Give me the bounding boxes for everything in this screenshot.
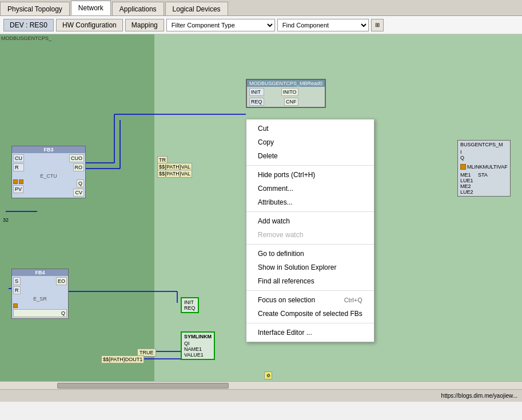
- label-path-dout: $${PATH}DOUT1: [101, 355, 144, 363]
- context-menu: Cut Copy Delete Hide ports (Ctrl+H) Comm…: [246, 119, 374, 342]
- canvas-area: MODBUSGENTCPS_ MODBUSGENTCPS_MBRead0 INI…: [0, 34, 522, 402]
- context-menu-create-composite[interactable]: Create Composite of selected FBs: [246, 307, 374, 321]
- tab-bar: Physical Topology Network Applications L…: [0, 0, 522, 16]
- fb3-block[interactable]: FB3 CU R CUO RO E_CTU PV: [11, 146, 86, 198]
- context-menu-comment[interactable]: Comment...: [246, 182, 374, 195]
- mapping-button[interactable]: Mapping: [125, 19, 164, 31]
- hw-config-button[interactable]: HW Configuration: [56, 19, 123, 31]
- modbus-port-inito: INITO: [281, 88, 298, 96]
- separator-3: [246, 244, 374, 245]
- context-menu-go-to-def[interactable]: Go to definition: [246, 247, 374, 261]
- context-menu-find-refs[interactable]: Find all references: [246, 274, 374, 288]
- context-menu-interface-editor[interactable]: Interface Editor ...: [246, 326, 374, 339]
- status-bar: https://blogs.dim.me/yaojiew...: [0, 389, 522, 402]
- context-menu-cut[interactable]: Cut: [246, 122, 374, 135]
- separator-2: [246, 211, 374, 212]
- tab-applications[interactable]: Applications: [112, 2, 164, 15]
- find-component[interactable]: Find Component: [277, 19, 369, 31]
- label-32: 32: [3, 217, 9, 223]
- horizontal-scrollbar[interactable]: [0, 381, 522, 389]
- modbus-block[interactable]: MODBUSGENTCPS_MBRead0 INIT REQ INITO CNF: [246, 79, 326, 108]
- toolbar: DEV : RES0 HW Configuration Mapping Filt…: [0, 16, 522, 34]
- tab-network[interactable]: Network: [71, 1, 111, 15]
- symlink-icon: ⚙: [264, 371, 272, 379]
- context-menu-copy[interactable]: Copy: [246, 135, 374, 149]
- context-menu-hide-ports[interactable]: Hide ports (Ctrl+H): [246, 168, 374, 182]
- modbus-top-partial: MODBUSGENTCPS_: [0, 34, 114, 42]
- separator-4: [246, 290, 374, 291]
- modbus-port-init: INIT: [249, 88, 264, 96]
- fullscreen-button[interactable]: ⊞: [371, 19, 384, 31]
- symlink-block[interactable]: SYMLINKM QI NAME1 VALUE1: [181, 331, 215, 360]
- dev-button[interactable]: DEV : RES0: [3, 19, 54, 31]
- context-menu-remove-watch[interactable]: Remove watch: [246, 228, 374, 242]
- modbus-right-partial: BUSGENTCPS_M I Q MLINKMULTIVAF ME1 STA L…: [457, 140, 511, 197]
- path-label-3: $${PATH}VAL: [157, 170, 192, 178]
- init-req-block[interactable]: INIT REQ: [181, 297, 199, 313]
- context-menu-attributes[interactable]: Attributes...: [246, 195, 374, 209]
- tab-physical-topology[interactable]: Physical Topology: [0, 2, 70, 15]
- separator-5: [246, 323, 374, 323]
- tab-logical-devices[interactable]: Logical Devices: [165, 2, 228, 15]
- filter-component-type[interactable]: Filter Component Type: [166, 19, 275, 31]
- context-menu-delete[interactable]: Delete: [246, 149, 374, 163]
- separator-1: [246, 165, 374, 166]
- context-menu-show-solution[interactable]: Show in Solution Explorer: [246, 261, 374, 274]
- scrollbar-thumb[interactable]: [57, 383, 229, 389]
- context-menu-add-watch[interactable]: Add watch: [246, 214, 374, 228]
- fb4-block[interactable]: FB4 S R EO E_SR Q: [11, 269, 69, 319]
- modbus-port-req: REQ: [249, 98, 264, 106]
- modbus-port-cnf: CNF: [284, 98, 298, 106]
- context-menu-focus-sel[interactable]: Focus on selection Ctrl+Q: [246, 293, 374, 307]
